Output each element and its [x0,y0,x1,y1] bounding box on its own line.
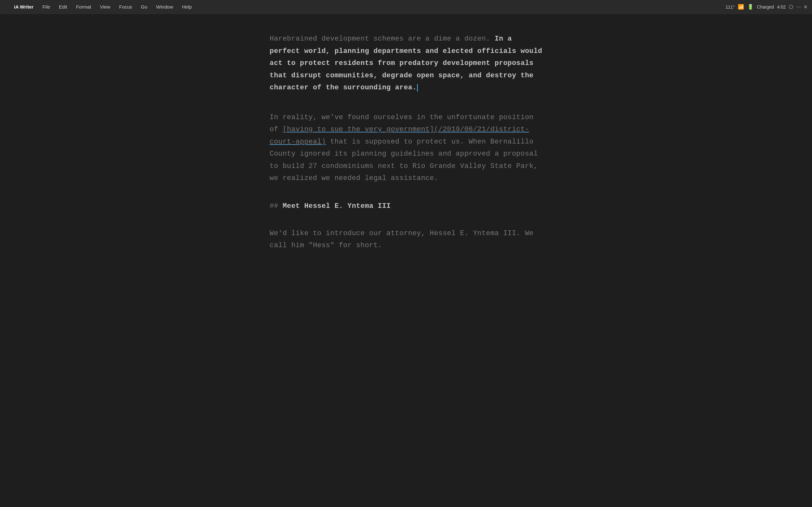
menu-view[interactable]: View [96,3,114,11]
menu-edit[interactable]: Edit [55,3,71,11]
more-icon[interactable]: ··· [797,4,801,10]
paragraph-3: We'd like to introduce our attorney, Hes… [270,228,542,252]
bluetooth-icon: ⬡ [789,4,793,10]
menubar-left: iA Writer File Edit Format View Focus Go… [5,3,725,11]
paragraph-2: In reality, we've found ourselves in the… [270,112,542,185]
menu-window[interactable]: Window [152,3,177,11]
menu-app-name[interactable]: iA Writer [10,3,38,11]
heading-hash: ## [270,202,283,210]
menu-format[interactable]: Format [72,3,95,11]
clock: 4:02 [777,4,786,9]
menu-icon[interactable]: ≡ [804,4,807,10]
wifi-icon: 📶 [738,4,744,10]
menu-help[interactable]: Help [178,3,196,11]
temperature-status: 111° [725,4,734,9]
menu-file[interactable]: File [39,3,54,11]
battery-label: Charged [757,4,774,9]
para1-normal-text: Harebrained development schemes are a di… [270,35,495,43]
heading-title: Meet Hessel E. Yntema III [283,202,391,210]
menubar: iA Writer File Edit Format View Focus Go… [0,0,812,14]
para3-text: We'd like to introduce our attorney, Hes… [270,229,534,250]
text-cursor [417,84,418,92]
editor[interactable]: Harebrained development schemes are a di… [263,33,549,507]
paragraph-1: Harebrained development schemes are a di… [270,33,542,94]
menu-focus[interactable]: Focus [115,3,136,11]
para1-bold-text: In a perfect world, planning departments… [270,35,542,92]
content-area: Harebrained development schemes are a di… [0,14,812,507]
battery-icon: 🔋 [747,4,754,10]
menubar-right: 111° 📶 🔋 Charged 4:02 ⬡ ··· ≡ [725,4,807,10]
menu-go[interactable]: Go [137,3,151,11]
heading-1: ## Meet Hessel E. Yntema III [270,202,542,210]
